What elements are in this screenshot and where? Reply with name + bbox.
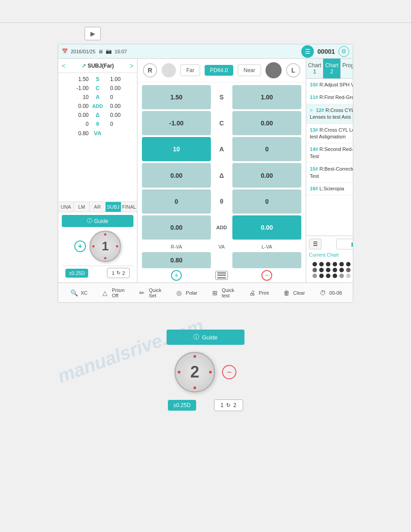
va-row: 0.80 — [137, 252, 306, 268]
a-left: 10 — [62, 94, 89, 100]
list-item[interactable]: 16# L:Scieropia — [306, 183, 353, 195]
r-eye-button[interactable]: R — [143, 63, 157, 77]
chart-menu-button[interactable]: ☰ — [309, 239, 321, 249]
quicktest-label: Quicktest — [222, 287, 234, 298]
delta-left-box[interactable]: 0.00 — [142, 163, 211, 187]
theta-center-label: θ — [213, 189, 231, 214]
chart-num: 10# — [310, 82, 318, 87]
guide-button[interactable]: ⓘ Guide — [62, 215, 133, 227]
mode-btn-lm[interactable]: LM — [74, 202, 90, 212]
calendar-icon: 📅 — [62, 48, 68, 54]
chart-dots-pattern — [309, 260, 353, 280]
list-item[interactable]: 13# R:Cross CYL Lenses to test Astigmati… — [306, 124, 353, 144]
second-minus-button[interactable]: − — [222, 365, 236, 379]
chart-num: 12# — [316, 107, 324, 113]
mode-btn-una[interactable]: UNA — [58, 202, 74, 212]
mode-btn-final[interactable]: FINAL — [121, 202, 137, 212]
next-arrow[interactable]: > — [130, 62, 133, 69]
time-display: 16:07 — [115, 49, 127, 54]
menu-button[interactable]: ☰ — [301, 45, 314, 58]
dial-1[interactable]: 1 — [90, 231, 121, 262]
guide-section: ⓘ Guide + 1 ±0.25D — [58, 212, 137, 283]
add-circle-button[interactable]: + — [74, 240, 86, 252]
chart-bottom: ☰ ▶ Current Chart — [306, 236, 353, 283]
list-item[interactable]: > 12# R:Cross CYL Lenses to test Axis — [306, 104, 353, 124]
xc-label: XC — [81, 290, 87, 296]
l-eye-button[interactable]: L — [286, 63, 300, 77]
cycle-num-2: 2 — [122, 270, 125, 276]
rva-box[interactable]: 0.80 — [142, 252, 211, 268]
theta-right-box[interactable]: 0 — [232, 189, 301, 214]
s-right-box[interactable]: 1.00 — [232, 85, 301, 109]
a-left-box[interactable]: 10 — [142, 137, 211, 161]
lva-box[interactable] — [232, 252, 301, 268]
table-row: 0.00 Δ 0.00 — [58, 111, 137, 120]
step-button-2[interactable]: ±0.25D — [168, 400, 196, 411]
va-add-button[interactable]: + — [142, 270, 211, 281]
c-left-box[interactable]: -1.00 — [142, 111, 211, 135]
keyboard-button[interactable] — [213, 270, 231, 281]
chart1-tab[interactable]: Chart 1 — [306, 59, 323, 78]
clear-tool[interactable]: 🗑 Clear — [282, 288, 305, 298]
play-button-top[interactable]: ▶ — [85, 27, 101, 40]
pd-button[interactable]: PD64.0 — [205, 65, 233, 76]
add-left-box[interactable]: 0.00 — [142, 215, 211, 240]
xc-tool[interactable]: 🔍 XC — [69, 288, 87, 298]
chart-text: L:Scieropia — [319, 186, 344, 191]
chart2-tab[interactable]: Chart 2 — [323, 59, 340, 78]
table-row: 1.50 S 1.00 — [58, 75, 137, 84]
date-display: 2016/01/25 — [71, 49, 95, 54]
add-label: ADD — [89, 103, 107, 109]
print-label: Print — [259, 290, 269, 296]
c-right-box[interactable]: 0.00 — [232, 111, 301, 135]
settings-button[interactable]: ⚙ — [338, 46, 349, 57]
c-right: 0.00 — [107, 85, 133, 91]
polar-tool[interactable]: ◎ Polar — [174, 288, 197, 298]
mode-btn-ar[interactable]: AR — [90, 202, 105, 212]
timer-label: 00-08 — [330, 290, 342, 296]
prev-arrow[interactable]: < — [62, 62, 65, 69]
near-button[interactable]: Near — [238, 64, 261, 76]
print-icon: 🖨 — [247, 288, 257, 298]
timer-tool[interactable]: ⏱ 00-08 — [318, 288, 342, 298]
xc-icon: 🔍 — [69, 288, 79, 298]
prism-tool[interactable]: △ PrismOff — [100, 287, 124, 298]
polar-icon: ◎ — [174, 288, 184, 298]
current-chart-label: Current Chart — [309, 252, 353, 257]
list-item[interactable]: 10# R:Adjust SPH VA to 0.8 — [306, 79, 353, 91]
print-tool[interactable]: 🖨 Print — [247, 288, 269, 298]
left-panel: < ↗ SUBJ(Far) > 1.50 S 1.00 -1.00 — [58, 59, 137, 283]
dial-2[interactable]: 2 — [175, 352, 215, 392]
quicktest-tool[interactable]: ⊞ Quicktest — [210, 287, 234, 298]
chart-num: 16# — [310, 186, 318, 191]
table-row: -1.00 C 0.00 — [58, 84, 137, 93]
dial-2-number: 2 — [190, 363, 199, 382]
rva-header: R-VA — [142, 244, 211, 250]
second-guide-button[interactable]: ⓘ Guide — [167, 330, 244, 345]
delta-right-box[interactable]: 0.00 — [232, 163, 301, 187]
chart-play-button[interactable]: ▶ — [336, 239, 353, 249]
quickset-label: QuickSet — [149, 287, 161, 298]
content-area: < ↗ SUBJ(Far) > 1.50 S 1.00 -1.00 — [58, 59, 353, 283]
lva-header: L-VA — [232, 244, 301, 250]
list-item[interactable]: 11# R:First Red-Green Test — [306, 91, 353, 104]
a-right-box[interactable]: 0 — [232, 137, 301, 161]
theta-right: 0 — [107, 121, 133, 127]
va-minus-button[interactable]: − — [232, 270, 301, 281]
step-button[interactable]: ±0.25D — [65, 269, 88, 278]
quickset-tool[interactable]: ✏ QuickSet — [137, 287, 161, 298]
list-item[interactable]: 14# R:Second Red-Green Test — [306, 143, 353, 163]
add-right-box[interactable]: 0.00 — [232, 215, 301, 240]
s-label: S — [89, 76, 107, 82]
far-button[interactable]: Far — [180, 64, 200, 76]
theta-left-box[interactable]: 0 — [142, 189, 211, 214]
second-guide-area: ⓘ Guide 2 − ±0.25D 1 ↻ 2 — [167, 330, 244, 411]
va-label-left: VA — [89, 130, 107, 137]
s-left-box[interactable]: 1.50 — [142, 85, 211, 109]
cycle-button-2[interactable]: 1 ↻ 2 — [214, 399, 243, 411]
add-right: 0.00 — [107, 103, 133, 109]
program-tab[interactable]: ProgramReg — [341, 59, 353, 78]
list-item[interactable]: 15# R:Best-Corrected VA Test — [306, 163, 353, 183]
cycle-button[interactable]: 1 ↻ 2 — [107, 268, 130, 278]
mode-btn-subj[interactable]: SUBJ — [106, 202, 121, 212]
